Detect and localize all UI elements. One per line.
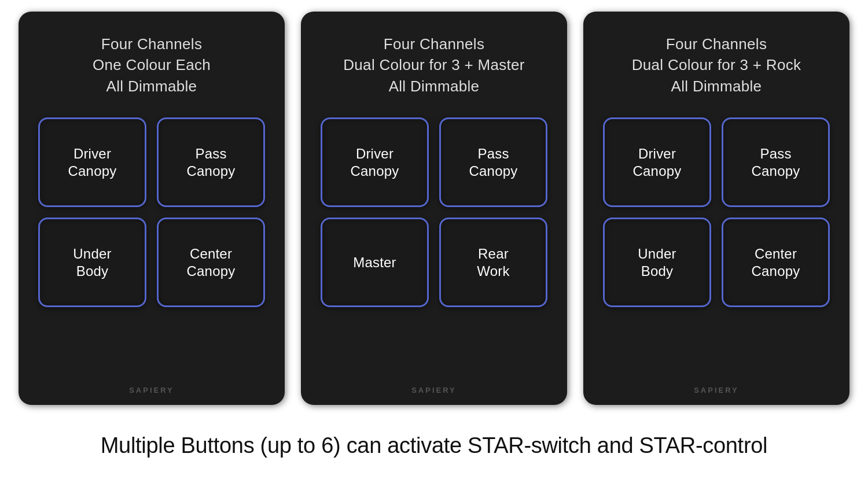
panel-3: Four Channels Dual Colour for 3 + Rock A… bbox=[583, 12, 849, 405]
panel-2-title: Four Channels Dual Colour for 3 + Master… bbox=[343, 34, 524, 97]
btn-pass-canopy-2[interactable]: Pass Canopy bbox=[439, 117, 547, 207]
btn-pass-canopy-1[interactable]: Pass Canopy bbox=[157, 117, 265, 207]
btn-driver-canopy-1[interactable]: Driver Canopy bbox=[38, 117, 146, 207]
panel-3-buttons-grid: Driver CanopyPass CanopyUnder BodyCenter… bbox=[597, 117, 836, 307]
panel-2-buttons-grid: Driver CanopyPass CanopyMasterRear Work bbox=[315, 117, 553, 307]
btn-center-canopy-1[interactable]: Center Canopy bbox=[157, 217, 265, 307]
btn-under-body-1[interactable]: Under Body bbox=[38, 217, 146, 307]
panel-1: Four Channels One Colour Each All Dimmab… bbox=[19, 12, 285, 405]
footer-text: Multiple Buttons (up to 6) can activate … bbox=[101, 432, 767, 460]
panel-3-brand: SAPIERY bbox=[694, 386, 739, 395]
btn-driver-canopy-3[interactable]: Driver Canopy bbox=[603, 117, 711, 207]
panel-1-title: Four Channels One Colour Each All Dimmab… bbox=[93, 34, 211, 97]
panel-2: Four Channels Dual Colour for 3 + Master… bbox=[301, 12, 567, 405]
panel-1-buttons-grid: Driver CanopyPass CanopyUnder BodyCenter… bbox=[32, 117, 271, 307]
btn-rear-work-2[interactable]: Rear Work bbox=[439, 217, 547, 307]
btn-driver-canopy-2[interactable]: Driver Canopy bbox=[321, 117, 429, 207]
panel-2-brand: SAPIERY bbox=[411, 386, 457, 395]
btn-center-canopy-3[interactable]: Center Canopy bbox=[722, 217, 830, 307]
panel-3-title: Four Channels Dual Colour for 3 + Rock A… bbox=[632, 34, 801, 97]
btn-under-body-3[interactable]: Under Body bbox=[603, 217, 711, 307]
panels-container: Four Channels One Colour Each All Dimmab… bbox=[19, 12, 849, 405]
panel-1-brand: SAPIERY bbox=[129, 386, 174, 395]
btn-pass-canopy-3[interactable]: Pass Canopy bbox=[722, 117, 830, 207]
btn-master-2[interactable]: Master bbox=[321, 217, 429, 307]
